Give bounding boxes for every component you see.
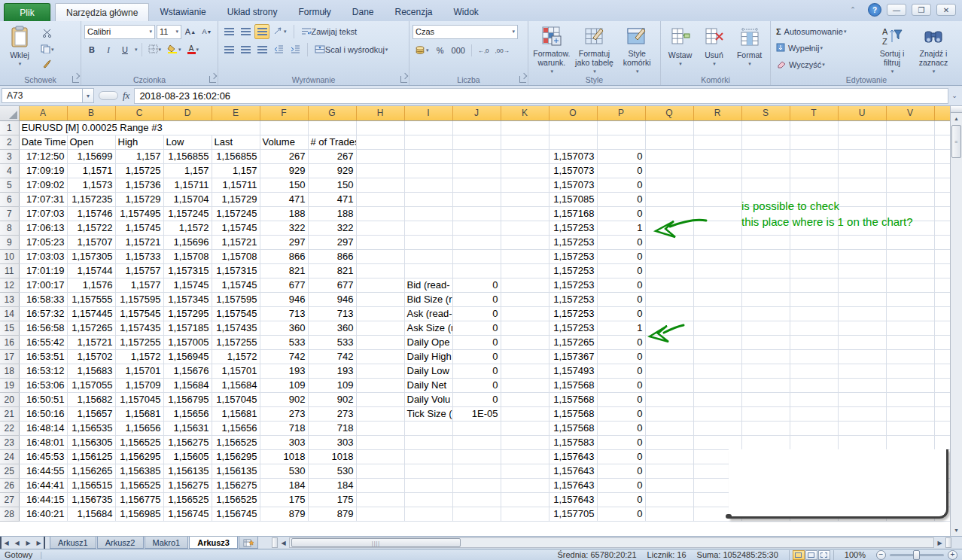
cell[interactable]: 1,157315 bbox=[163, 263, 212, 278]
dialog-launcher-icon[interactable] bbox=[72, 76, 79, 83]
sheet-tab-arkusz2[interactable]: Arkusz2 bbox=[97, 537, 144, 549]
cell[interactable]: 16:48:14 bbox=[19, 421, 67, 435]
cell[interactable] bbox=[741, 349, 790, 364]
cell[interactable]: 0 bbox=[597, 178, 645, 192]
cell[interactable] bbox=[886, 378, 934, 392]
cell[interactable] bbox=[501, 364, 549, 378]
cell[interactable]: 1,157265 bbox=[549, 335, 597, 349]
cell[interactable]: 677 bbox=[260, 278, 308, 292]
cell[interactable] bbox=[693, 135, 741, 149]
cell[interactable]: 0 bbox=[597, 206, 645, 221]
align-center-button[interactable] bbox=[238, 42, 253, 57]
cell[interactable]: 1,15656 bbox=[163, 406, 212, 421]
merge-center-button[interactable]: Scal i wyśrodkuj ▾ bbox=[312, 42, 390, 57]
horizontal-split-handle-2[interactable] bbox=[945, 537, 951, 548]
autosum-button[interactable]: Σ Autosumowanie ▾ bbox=[774, 24, 870, 39]
cell[interactable]: 16:53:06 bbox=[19, 378, 67, 392]
cell[interactable] bbox=[741, 178, 790, 192]
row-header[interactable]: 8 bbox=[0, 221, 19, 235]
cell[interactable]: 17:07:31 bbox=[19, 192, 67, 206]
cell[interactable] bbox=[790, 135, 838, 149]
horizontal-scrollbar[interactable]: |||| bbox=[289, 537, 934, 548]
cell[interactable]: 1,156125 bbox=[67, 449, 115, 464]
cell[interactable] bbox=[693, 292, 741, 306]
cell[interactable] bbox=[838, 120, 886, 135]
row-header[interactable]: 11 bbox=[0, 263, 19, 278]
cell[interactable] bbox=[741, 120, 790, 135]
column-header-B[interactable]: B bbox=[67, 106, 115, 120]
cell[interactable]: 1,156855 bbox=[163, 149, 212, 163]
cell[interactable] bbox=[790, 392, 838, 406]
cell[interactable] bbox=[741, 321, 790, 335]
cell[interactable]: 1,15708 bbox=[163, 249, 212, 263]
zoom-out-icon[interactable]: − bbox=[876, 550, 886, 560]
cell[interactable]: 360 bbox=[260, 321, 308, 335]
cell[interactable]: 175 bbox=[260, 492, 308, 507]
cell[interactable] bbox=[838, 135, 886, 149]
cell[interactable]: 17:06:13 bbox=[19, 221, 67, 235]
cell[interactable] bbox=[838, 178, 886, 192]
cell[interactable] bbox=[886, 178, 934, 192]
cell[interactable]: 1,157568 bbox=[549, 421, 597, 435]
cell[interactable]: 16:44:55 bbox=[19, 464, 67, 478]
cell[interactable]: 1,1572 bbox=[212, 349, 260, 364]
cell[interactable] bbox=[501, 349, 549, 364]
cell[interactable]: 16:56:58 bbox=[19, 321, 67, 335]
format-cells-button[interactable]: Format ▾ bbox=[732, 23, 767, 73]
cell[interactable]: 1,157235 bbox=[67, 192, 115, 206]
cell[interactable]: 17:01:19 bbox=[19, 263, 67, 278]
cell[interactable] bbox=[452, 492, 501, 507]
cell[interactable] bbox=[741, 392, 790, 406]
cell[interactable]: 1,157045 bbox=[212, 392, 260, 406]
cell[interactable] bbox=[356, 406, 404, 421]
tab-recenzja[interactable]: Recenzja bbox=[384, 3, 443, 21]
cell[interactable] bbox=[741, 364, 790, 378]
cell[interactable] bbox=[934, 135, 950, 149]
cell[interactable]: 1,15699 bbox=[67, 149, 115, 163]
cell[interactable] bbox=[886, 435, 934, 449]
sheet-tab-arkusz3[interactable]: Arkusz3 bbox=[189, 537, 238, 549]
cell[interactable]: 0 bbox=[597, 449, 645, 464]
cell[interactable] bbox=[934, 321, 950, 335]
cell[interactable] bbox=[741, 135, 790, 149]
cell[interactable]: 297 bbox=[308, 235, 356, 249]
row-header[interactable]: 21 bbox=[0, 406, 19, 421]
cell[interactable] bbox=[886, 349, 934, 364]
cell[interactable]: 16:58:33 bbox=[19, 292, 67, 306]
cell[interactable]: 879 bbox=[260, 507, 308, 521]
cell[interactable]: Bid (read- bbox=[404, 278, 452, 292]
comma-style-button[interactable]: 000 bbox=[449, 43, 467, 58]
cell[interactable] bbox=[741, 263, 790, 278]
cell[interactable]: 1,15656 bbox=[115, 421, 163, 435]
cell[interactable]: Daily Ope bbox=[404, 335, 452, 349]
cell[interactable] bbox=[886, 392, 934, 406]
cell[interactable] bbox=[356, 235, 404, 249]
cell[interactable]: 1,157045 bbox=[115, 392, 163, 406]
cell[interactable] bbox=[790, 292, 838, 306]
cell[interactable] bbox=[838, 292, 886, 306]
cell[interactable] bbox=[790, 149, 838, 163]
cell[interactable] bbox=[356, 135, 404, 149]
column-header-D[interactable]: D bbox=[163, 106, 212, 120]
italic-button[interactable]: I bbox=[101, 42, 116, 57]
cell[interactable] bbox=[790, 364, 838, 378]
cell[interactable] bbox=[693, 364, 741, 378]
cell[interactable] bbox=[501, 292, 549, 306]
cell[interactable]: 0 bbox=[597, 263, 645, 278]
cell[interactable] bbox=[790, 321, 838, 335]
cell[interactable]: Last bbox=[212, 135, 260, 149]
cell[interactable] bbox=[404, 421, 452, 435]
cell[interactable] bbox=[934, 206, 950, 221]
column-header-S[interactable]: S bbox=[741, 106, 790, 120]
cell[interactable] bbox=[645, 292, 693, 306]
cell[interactable] bbox=[356, 149, 404, 163]
cell[interactable] bbox=[693, 263, 741, 278]
cell[interactable] bbox=[404, 478, 452, 492]
cell[interactable] bbox=[452, 263, 501, 278]
cell[interactable]: 1,157245 bbox=[212, 206, 260, 221]
column-header-G[interactable]: G bbox=[308, 106, 356, 120]
cell[interactable] bbox=[404, 249, 452, 263]
cell[interactable]: 1,157643 bbox=[549, 478, 597, 492]
cell[interactable]: Date Time bbox=[19, 135, 67, 149]
cell[interactable] bbox=[934, 278, 950, 292]
